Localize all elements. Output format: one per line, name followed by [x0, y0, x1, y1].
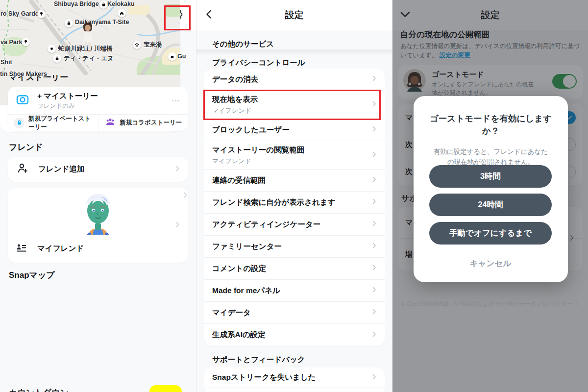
back-chevron-icon — [204, 9, 215, 22]
chevron-right-icon — [370, 198, 378, 207]
add-friends-label: フレンド追加 — [38, 164, 84, 174]
settings-row-family-center[interactable]: ファミリーセンター — [204, 236, 385, 258]
privacy-controls-card: データの消去 現在地を表示 マイフレンド ブロックしたユーザー マイストーリーの… — [204, 69, 385, 346]
snap-map-section-header: Snapマップ — [9, 270, 55, 281]
add-my-story-row[interactable]: + マイストーリー フレンドのみ ⋯ — [8, 87, 188, 115]
settings-row-comment-settings[interactable]: コメントの設定 — [204, 258, 385, 280]
map-label: va Park — [0, 39, 22, 46]
shop-poi-icon — [53, 54, 61, 63]
duration-24h-button[interactable]: 24時間 — [429, 194, 552, 216]
support-card: Snapストリークを失いました — [204, 368, 385, 392]
flower-poi-icon — [133, 41, 141, 49]
new-collab-story-button[interactable]: 新規コラボストーリー — [98, 115, 189, 131]
location-settings-panel: 設定 自分の現在地の公開範囲 あなた位置情報の更新は、デバイスの位置情報の利用許… — [392, 0, 588, 392]
chevron-right-icon — [370, 330, 378, 340]
avatar-card: マイフレンド — [8, 188, 188, 263]
countdown-section-header: カウントダウン — [9, 387, 69, 392]
support-feedback-section-header: サポートとフィードバック — [212, 355, 305, 365]
chevron-right-icon — [370, 373, 378, 382]
dot-poi-icon — [48, 45, 56, 53]
settings-row-my-data[interactable]: マイデータ — [204, 302, 385, 324]
new-private-story-button[interactable]: 新規プライベートストーリー — [8, 115, 98, 131]
settings-row-activity-indicator[interactable]: アクティビティインジケーター — [204, 214, 385, 236]
settings-row-made-for-me[interactable]: Made for meパネル — [204, 280, 385, 302]
chevron-right-icon — [370, 75, 378, 84]
settings-panel: 設定 その他のサービス プライバシーコントロール データの消去 現在地を表示 マ… — [196, 0, 392, 392]
chevron-right-icon — [173, 220, 181, 230]
privacy-controls-section-header: プライバシーコントロール — [212, 58, 305, 68]
map-label: Gu — [177, 53, 180, 60]
my-story-audience: フレンドのみ — [37, 102, 98, 110]
shop-poi-icon — [168, 52, 176, 61]
lock-icon — [14, 118, 24, 128]
friends-section-header: フレンド — [9, 142, 43, 153]
settings-row-generative-ai[interactable]: 生成系AIの設定 — [204, 324, 385, 346]
dialog-body: 有効に設定すると、フレンドにあなたの現在地が公開されません。 — [430, 147, 551, 168]
my-friends-row[interactable]: マイフレンド — [8, 235, 188, 262]
cancel-button[interactable]: キャンセル — [429, 254, 552, 273]
settings-title: 設定 — [226, 0, 363, 30]
collab-people-icon — [104, 116, 116, 129]
chevron-right-icon — [370, 100, 378, 109]
chevron-right-icon — [370, 125, 378, 135]
section-divider — [196, 49, 392, 56]
bitmoji-avatar[interactable] — [8, 188, 188, 235]
until-manual-off-button[interactable]: 手動でオフにするまで — [429, 222, 552, 245]
settings-row-story-view-range[interactable]: マイストーリーの閲覧範囲 マイフレンド — [204, 141, 385, 170]
other-services-section-header: その他のサービス — [212, 39, 274, 49]
my-friends-label: マイフレンド — [37, 244, 84, 254]
settings-row-contact-range[interactable]: 連絡の受信範囲 — [204, 170, 385, 192]
more-icon[interactable]: ⋯ — [172, 96, 180, 106]
chevron-right-icon — [370, 308, 378, 318]
settings-row-blocked-users[interactable]: ブロックしたユーザー — [204, 119, 385, 141]
friends-list-icon — [16, 242, 27, 256]
back-button[interactable] — [200, 6, 218, 24]
camera-icon — [16, 93, 29, 108]
new-collab-story-label: 新規コラボストーリー — [120, 119, 182, 127]
map-label: Shit — [0, 59, 12, 66]
settings-row-see-my-location[interactable]: 現在地を表示 マイフレンド — [204, 91, 385, 119]
chevron-right-icon — [370, 264, 378, 273]
settings-header: 設定 — [196, 0, 392, 30]
duration-3h-button[interactable]: 3時間 — [429, 165, 552, 188]
add-friend-icon — [16, 162, 28, 177]
map-bitmoji-avatar — [79, 30, 96, 52]
ghost-mode-dialog: ゴーストモードを有効にしますか？ 有効に設定すると、フレンドにあなたの現在地が公… — [414, 96, 568, 282]
add-friends-row[interactable]: フレンド追加 — [8, 157, 188, 182]
settings-row-partial — [204, 388, 385, 392]
countdown-badge[interactable] — [149, 385, 182, 392]
map-label: tin Shoe Makers — [0, 71, 47, 77]
chevron-right-icon — [370, 242, 378, 251]
settings-row-clear-data[interactable]: データの消去 — [204, 69, 385, 91]
chevron-right-icon — [181, 191, 189, 201]
chevron-right-icon — [173, 165, 181, 174]
tree-poi-icon — [22, 38, 30, 46]
settings-row-show-in-friend-search[interactable]: フレンド検索に自分が表示されます — [204, 192, 385, 214]
settings-row-lost-snapstreak[interactable]: Snapストリークを失いました — [204, 368, 385, 388]
map-label: ティ・ティ・エヌ — [64, 54, 114, 63]
my-story-card: + マイストーリー フレンドのみ ⋯ 新規プライベートストーリー 新規コラボスト… — [8, 87, 188, 131]
map-label: 宝来湯 — [144, 41, 162, 49]
dialog-title: ゴーストモードを有効にしますか？ — [428, 113, 553, 138]
chevron-right-icon — [370, 220, 378, 229]
chevron-right-icon — [370, 286, 378, 295]
profile-panel: Elaine カスタムアプリアイコン カスタムSnapchatアイコンの限定 オ… — [0, 0, 196, 392]
snapchat-screenshot: Elaine カスタムアプリアイコン カスタムSnapchatアイコンの限定 オ… — [0, 0, 588, 392]
chevron-right-icon — [370, 176, 378, 185]
new-private-story-label: 新規プライベートストーリー — [28, 115, 92, 131]
add-my-story-label: + マイストーリー — [37, 91, 98, 101]
chevron-right-icon — [370, 150, 378, 160]
